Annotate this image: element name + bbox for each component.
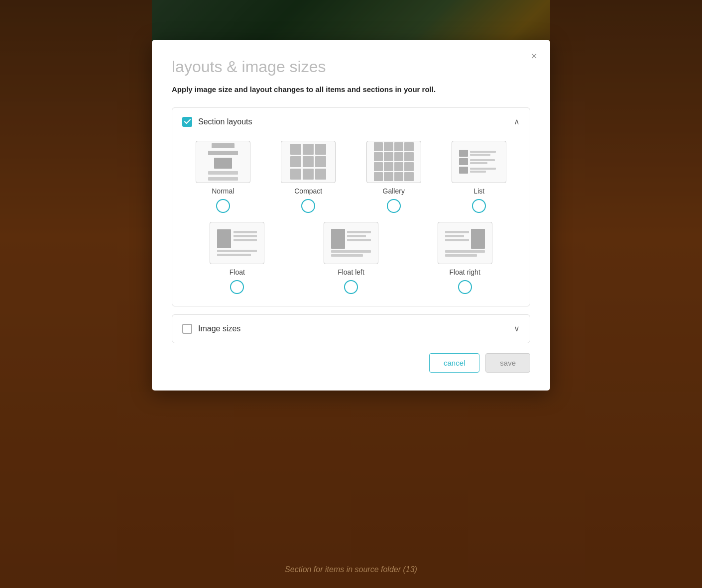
- layout-list-radio[interactable]: [472, 199, 486, 213]
- section-layouts-checkbox[interactable]: [182, 117, 192, 127]
- layout-gallery[interactable]: Gallery: [355, 141, 433, 213]
- layout-float-left-icon-box: [324, 222, 378, 264]
- save-button[interactable]: save: [485, 353, 530, 373]
- section-layouts-label: Section layouts: [198, 117, 252, 126]
- layout-float-left[interactable]: Float left: [298, 222, 404, 294]
- action-buttons: cancel save: [172, 353, 530, 373]
- layout-gallery-label: Gallery: [383, 187, 405, 195]
- float-layout-icon: [217, 229, 257, 256]
- close-button[interactable]: ×: [529, 49, 539, 64]
- section-layouts-header-left: Section layouts: [182, 117, 252, 127]
- layout-row1: Normal Compact: [172, 136, 530, 217]
- layout-list-icon-box: [452, 141, 506, 183]
- modal-subtitle: Apply image size and layout changes to a…: [172, 84, 530, 96]
- list-layout-icon: [459, 150, 499, 174]
- float-right-layout-icon: [445, 229, 485, 257]
- layout-float-right[interactable]: Float right: [412, 222, 518, 294]
- section-layouts-panel: Section layouts ∧ Normal: [172, 107, 530, 306]
- image-sizes-panel: Image sizes ∨: [172, 314, 530, 343]
- layout-compact-label: Compact: [294, 187, 322, 195]
- layout-float-right-radio[interactable]: [458, 280, 472, 294]
- layout-normal-label: Normal: [212, 187, 234, 195]
- image-sizes-header[interactable]: Image sizes ∨: [172, 315, 530, 343]
- image-sizes-chevron-icon: ∨: [514, 324, 520, 333]
- layout-float-left-label: Float left: [338, 268, 364, 276]
- layout-gallery-icon-box: [366, 141, 421, 183]
- layout-float-right-icon-box: [438, 222, 492, 264]
- image-sizes-label: Image sizes: [198, 324, 240, 333]
- modal-title: layouts & image sizes: [172, 58, 530, 76]
- layout-compact-radio[interactable]: [301, 199, 315, 213]
- image-sizes-header-left: Image sizes: [182, 324, 240, 334]
- modal: × layouts & image sizes Apply image size…: [152, 40, 550, 391]
- layout-float-radio[interactable]: [230, 280, 244, 294]
- cancel-button[interactable]: cancel: [429, 353, 479, 373]
- section-layouts-header[interactable]: Section layouts ∧: [172, 108, 530, 136]
- layout-compact-icon-box: [281, 141, 336, 183]
- layout-normal-icon-box: [196, 141, 250, 183]
- image-sizes-checkbox[interactable]: [182, 324, 192, 334]
- gallery-grid-icon: [374, 142, 414, 181]
- layout-float[interactable]: Float: [184, 222, 290, 294]
- layout-compact[interactable]: Compact: [270, 141, 348, 213]
- layout-normal-radio[interactable]: [216, 199, 230, 213]
- layout-list-label: List: [473, 187, 484, 195]
- footer-text: Section for items in source folder (13): [285, 565, 417, 574]
- layout-gallery-radio[interactable]: [387, 199, 401, 213]
- layout-float-right-label: Float right: [450, 268, 480, 276]
- layout-row2: Float: [172, 217, 530, 306]
- layout-float-icon-box: [210, 222, 264, 264]
- section-layouts-chevron-icon: ∧: [514, 117, 520, 126]
- float-left-layout-icon: [331, 229, 371, 257]
- layout-float-label: Float: [230, 268, 245, 276]
- close-icon: ×: [531, 50, 537, 62]
- layout-normal[interactable]: Normal: [184, 141, 262, 213]
- layout-list[interactable]: List: [441, 141, 518, 213]
- compact-grid-icon: [290, 144, 326, 180]
- layout-float-left-radio[interactable]: [344, 280, 358, 294]
